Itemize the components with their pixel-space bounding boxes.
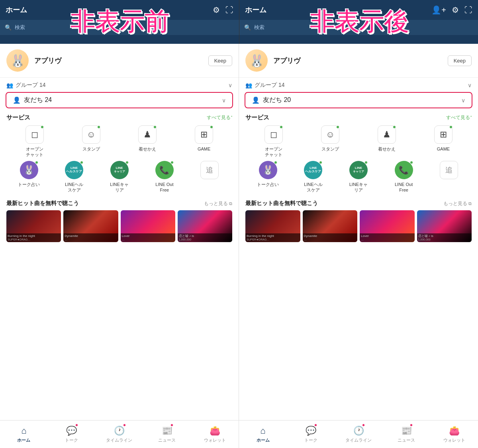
search-icon: 🔍 — [5, 24, 12, 31]
expand-icon[interactable]: ⛶ — [225, 6, 233, 15]
news-icon-right: 📰 — [401, 426, 412, 436]
left-service-linehealth[interactable]: LINE ヘルスケア LINEヘルスケア — [51, 160, 96, 193]
left-nav-news[interactable]: 📰 ニュース — [143, 421, 191, 448]
right-service-game[interactable]: ⊞ GAME — [419, 125, 468, 158]
left-avatar: 🐰 — [6, 49, 29, 72]
left-nav-title: ホーム — [6, 5, 27, 15]
right-service-theme[interactable]: ♟ 着せかえ — [362, 125, 412, 158]
right-service-more[interactable]: 追 — [426, 160, 472, 193]
left-track-1[interactable]: Burning in the night SUPER★DRAG… — [6, 210, 61, 242]
left-more-link[interactable]: もっと見る ⧉ — [204, 200, 232, 207]
right-friends-row[interactable]: 👤 友だち 20 ∨ — [245, 92, 472, 108]
settings-icon[interactable]: ⚙ — [213, 5, 220, 15]
talk-icon-left: 💬 — [66, 426, 77, 436]
right-service-linecarrier[interactable]: LINE キャリア LINEキャリア — [336, 160, 381, 193]
left-service-stamp[interactable]: ☺ スタンプ — [66, 125, 116, 158]
add-friend-icon[interactable]: 👤+ — [431, 5, 446, 15]
right-track-4[interactable]: 恋と嘘 ♪ is 1,000,000 — [417, 210, 472, 242]
left-profile-row: 🐰 アプリヴ Keep — [0, 44, 239, 78]
right-nav-title: ホーム — [245, 5, 266, 15]
right-track-1[interactable]: Burning in the night SUPER★DRAG… — [245, 210, 300, 242]
left-service-game[interactable]: ⊞ GAME — [179, 125, 229, 158]
news-label-right: ニュース — [398, 437, 415, 443]
talk-icon-right: 💬 — [306, 426, 316, 436]
stamp-dot — [97, 125, 100, 129]
left-nav-icons: ⚙ ⛶ — [213, 5, 233, 15]
timeline-icon-left: 🕐 — [114, 426, 125, 436]
right-service-openchat[interactable]: ◻ オープンチャット — [249, 125, 299, 158]
external-link-icon-right: ⧉ — [468, 201, 472, 206]
right-service-lineout[interactable]: 📞 LINE OutFree — [381, 160, 427, 193]
wallet-icon-right: 👛 — [449, 426, 460, 436]
right-nav-home[interactable]: ⌂ ホーム — [239, 421, 287, 448]
right-see-all[interactable]: すべて見る — [446, 114, 472, 121]
right-service-linehealth[interactable]: LINE ヘルスケア LINEヘルスケア — [291, 160, 336, 193]
right-groups-chevron[interactable]: ∨ — [468, 82, 472, 88]
timeline-dot-right — [362, 424, 365, 426]
left-nav-wallet[interactable]: 👛 ウォレット — [191, 421, 239, 448]
left-service-linecarrier[interactable]: LINE キャリア LINEキャリア — [97, 160, 142, 193]
left-track-2[interactable]: Dynamite … — [63, 210, 118, 242]
left-service-more[interactable]: 追 — [187, 160, 232, 193]
left-keep-button[interactable]: Keep — [208, 55, 232, 66]
left-see-all[interactable]: すべて見る — [207, 114, 232, 121]
talk-label-right: トーク — [304, 437, 317, 443]
news-icon-left: 📰 — [162, 426, 172, 436]
left-nav-home[interactable]: ⌂ ホーム — [0, 421, 48, 448]
left-overlay-label: 非表示前 — [70, 5, 169, 39]
search-text: 検索 — [15, 24, 25, 31]
left-services: サービス すべて見る ◻ オープンチャット ☺ スタンプ — [0, 110, 239, 196]
more-icon: 追 — [200, 161, 219, 179]
right-track-3[interactable]: Lover … — [360, 210, 415, 242]
left-service-row2: 🐰 トーク占い LINE ヘルスケア LINEヘルスケア — [6, 160, 232, 193]
left-groups-section: 👥 グループ 14 ∨ — [0, 78, 239, 90]
r-more-icon: 追 — [440, 161, 458, 179]
left-track-3[interactable]: Lover … — [121, 210, 175, 242]
right-service-row2: 🐰 トーク占い LINE ヘルスケア LINEヘルスケア — [245, 160, 472, 193]
linehealth-dot — [80, 161, 83, 164]
timeline-label-left: タイムライン — [106, 437, 132, 443]
left-nav-timeline[interactable]: 🕐 タイムライン — [96, 421, 143, 448]
right-service-row1: ◻ オープンチャット ☺ スタンプ ♟ — [245, 125, 472, 158]
home-icon-left: ⌂ — [21, 426, 26, 436]
right-music-title: 最新ヒット曲を無料で聴こう — [245, 200, 318, 207]
right-profile-name: アプリヴ — [273, 56, 448, 65]
home-label-right: ホーム — [257, 437, 270, 443]
right-nav-talk[interactable]: 💬 トーク — [287, 421, 335, 448]
left-service-fortune[interactable]: 🐰 トーク占い — [6, 160, 51, 193]
right-friends-chevron[interactable]: ∨ — [461, 97, 465, 104]
right-music-section: 最新ヒット曲を無料で聴こう もっと見る ⧉ Burning in the nig… — [239, 196, 478, 242]
right-track-2[interactable]: Dynamite … — [303, 210, 358, 242]
linecarrier-dot — [125, 161, 129, 164]
search-icon-right: 🔍 — [244, 24, 251, 31]
settings-icon-right[interactable]: ⚙ — [452, 5, 459, 15]
right-services: サービス すべて見る ◻ オープンチャット ☺ スタンプ — [239, 110, 478, 196]
lineout-dot — [170, 161, 174, 164]
overlay-header: ホーム ⚙ ⛶ 🔍 検索 非表示前 ホーム 👤+ ⚙ ⛶ 🔍 検索 非表示後 — [0, 0, 478, 44]
left-music-thumbnails: Burning in the night SUPER★DRAG… Dynamit… — [6, 210, 232, 242]
left-track-4[interactable]: 恋と嘘 ♪ is 1,000,000 — [178, 210, 232, 242]
timeline-icon-right: 🕐 — [353, 426, 364, 436]
right-service-stamp[interactable]: ☺ スタンプ — [306, 125, 355, 158]
talk-label-left: トーク — [65, 437, 78, 443]
right-keep-button[interactable]: Keep — [448, 55, 472, 66]
right-nav-timeline[interactable]: 🕐 タイムライン — [335, 421, 382, 448]
expand-icon-right[interactable]: ⛶ — [464, 6, 472, 15]
right-service-fortune[interactable]: 🐰 トーク占い — [245, 160, 291, 193]
left-service-lineout[interactable]: 📞 LINE OutFree — [142, 160, 187, 193]
right-more-link[interactable]: もっと見る ⧉ — [443, 200, 472, 207]
left-friends-row[interactable]: 👤 友だち 24 ∨ — [6, 92, 233, 108]
right-music-thumbnails: Burning in the night SUPER★DRAG… Dynamit… — [245, 210, 472, 242]
home-icon-right: ⌂ — [260, 426, 265, 436]
left-groups-chevron[interactable]: ∨ — [228, 82, 232, 88]
timeline-label-right: タイムライン — [345, 437, 372, 443]
left-nav-talk[interactable]: 💬 トーク — [48, 421, 96, 448]
left-service-openchat[interactable]: ◻ オープンチャット — [10, 125, 60, 158]
right-nav-wallet[interactable]: 👛 ウォレット — [430, 421, 478, 448]
left-friends-chevron[interactable]: ∨ — [222, 97, 226, 104]
wallet-label-right: ウォレット — [443, 437, 465, 443]
group-icon: 👥 — [6, 82, 13, 88]
right-nav-news[interactable]: 📰 ニュース — [382, 421, 430, 448]
left-service-theme[interactable]: ♟ 着せかえ — [123, 125, 172, 158]
right-services-title: サービス — [245, 114, 269, 121]
